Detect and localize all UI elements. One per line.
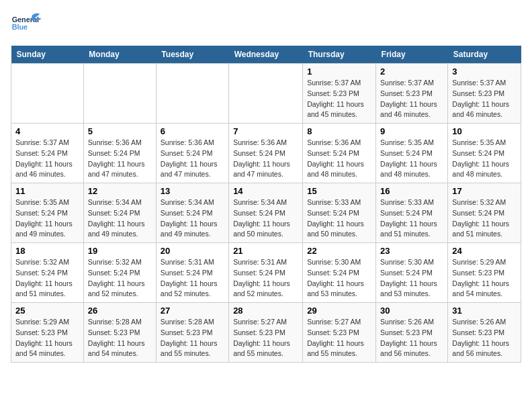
day-info: Sunrise: 5:37 AMSunset: 5:24 PMDaylight:… [15,138,79,180]
day-number: 6 [161,126,224,136]
day-number: 27 [161,306,224,316]
day-number: 16 [380,186,443,196]
day-info: Sunrise: 5:35 AMSunset: 5:24 PMDaylight:… [452,138,517,180]
logo: General Blue [11,11,44,38]
calendar-cell: 29Sunrise: 5:27 AMSunset: 5:23 PMDayligh… [303,303,376,363]
day-info: Sunrise: 5:35 AMSunset: 5:24 PMDaylight:… [15,197,79,240]
day-info: Sunrise: 5:28 AMSunset: 5:23 PMDaylight:… [88,317,152,359]
day-number: 15 [307,186,371,196]
day-number: 20 [161,246,224,256]
day-number: 23 [380,246,443,256]
day-info: Sunrise: 5:31 AMSunset: 5:24 PMDaylight:… [233,257,298,300]
calendar-cell: 3Sunrise: 5:37 AMSunset: 5:23 PMDaylight… [448,64,521,124]
day-number: 2 [380,66,443,77]
calendar-cell [229,64,303,124]
day-number: 5 [88,126,152,136]
calendar-cell: 13Sunrise: 5:34 AMSunset: 5:24 PMDayligh… [156,183,228,243]
day-number: 18 [15,246,79,256]
day-info: Sunrise: 5:37 AMSunset: 5:23 PMDaylight:… [452,78,517,120]
day-number: 29 [307,306,371,316]
calendar-cell [11,64,84,124]
calendar-week-5: 25Sunrise: 5:29 AMSunset: 5:23 PMDayligh… [11,303,521,363]
calendar-cell [83,64,156,124]
day-info: Sunrise: 5:33 AMSunset: 5:24 PMDaylight:… [307,197,371,240]
calendar-week-1: 1Sunrise: 5:37 AMSunset: 5:23 PMDaylight… [11,64,521,124]
day-info: Sunrise: 5:36 AMSunset: 5:24 PMDaylight:… [307,138,371,180]
day-info: Sunrise: 5:36 AMSunset: 5:24 PMDaylight:… [233,138,298,180]
day-info: Sunrise: 5:27 AMSunset: 5:23 PMDaylight:… [233,317,298,359]
calendar-cell: 21Sunrise: 5:31 AMSunset: 5:24 PMDayligh… [229,243,303,303]
day-number: 25 [15,306,79,316]
day-number: 10 [452,126,517,136]
calendar-cell: 20Sunrise: 5:31 AMSunset: 5:24 PMDayligh… [156,243,228,303]
day-number: 21 [233,246,298,256]
day-info: Sunrise: 5:30 AMSunset: 5:24 PMDaylight:… [307,257,371,300]
day-number: 12 [88,186,152,196]
day-info: Sunrise: 5:27 AMSunset: 5:23 PMDaylight:… [307,317,371,359]
day-info: Sunrise: 5:29 AMSunset: 5:23 PMDaylight:… [15,317,79,359]
calendar-cell: 28Sunrise: 5:27 AMSunset: 5:23 PMDayligh… [229,303,303,363]
weekday-header-wednesday: Wednesday [229,46,303,64]
day-info: Sunrise: 5:36 AMSunset: 5:24 PMDaylight:… [161,138,224,180]
weekday-header-saturday: Saturday [448,46,521,64]
day-number: 13 [161,186,224,196]
calendar-cell: 2Sunrise: 5:37 AMSunset: 5:23 PMDaylight… [376,64,448,124]
day-info: Sunrise: 5:34 AMSunset: 5:24 PMDaylight:… [88,197,152,240]
calendar-cell: 1Sunrise: 5:37 AMSunset: 5:23 PMDaylight… [303,64,376,124]
day-number: 17 [452,186,517,196]
day-info: Sunrise: 5:35 AMSunset: 5:24 PMDaylight:… [380,138,443,180]
calendar-cell: 9Sunrise: 5:35 AMSunset: 5:24 PMDaylight… [376,124,448,183]
day-number: 14 [233,186,298,196]
calendar-body: 1Sunrise: 5:37 AMSunset: 5:23 PMDaylight… [11,64,521,363]
day-info: Sunrise: 5:37 AMSunset: 5:23 PMDaylight:… [307,78,371,120]
day-number: 28 [233,306,298,316]
weekday-header-tuesday: Tuesday [156,46,228,64]
day-info: Sunrise: 5:32 AMSunset: 5:24 PMDaylight:… [452,197,517,240]
weekday-header-thursday: Thursday [303,46,376,64]
calendar-cell: 17Sunrise: 5:32 AMSunset: 5:24 PMDayligh… [448,183,521,243]
calendar-cell: 19Sunrise: 5:32 AMSunset: 5:24 PMDayligh… [83,243,156,303]
day-info: Sunrise: 5:37 AMSunset: 5:23 PMDaylight:… [380,78,443,120]
calendar-cell: 4Sunrise: 5:37 AMSunset: 5:24 PMDaylight… [11,124,84,183]
calendar-cell: 31Sunrise: 5:26 AMSunset: 5:23 PMDayligh… [448,303,521,363]
day-number: 9 [380,126,443,136]
day-info: Sunrise: 5:31 AMSunset: 5:24 PMDaylight:… [161,257,224,300]
day-info: Sunrise: 5:26 AMSunset: 5:23 PMDaylight:… [380,317,443,359]
calendar-cell: 6Sunrise: 5:36 AMSunset: 5:24 PMDaylight… [156,124,228,183]
day-number: 19 [88,246,152,256]
calendar-week-3: 11Sunrise: 5:35 AMSunset: 5:24 PMDayligh… [11,183,521,243]
day-info: Sunrise: 5:28 AMSunset: 5:23 PMDaylight:… [161,317,224,359]
day-number: 30 [380,306,443,316]
calendar-cell: 8Sunrise: 5:36 AMSunset: 5:24 PMDaylight… [303,124,376,183]
calendar-cell: 7Sunrise: 5:36 AMSunset: 5:24 PMDaylight… [229,124,303,183]
calendar-cell [156,64,228,124]
day-number: 7 [233,126,298,136]
page-header: General Blue [11,11,521,38]
calendar-header: SundayMondayTuesdayWednesdayThursdayFrid… [11,46,521,64]
day-info: Sunrise: 5:36 AMSunset: 5:24 PMDaylight:… [88,138,152,180]
calendar-cell: 24Sunrise: 5:29 AMSunset: 5:23 PMDayligh… [448,243,521,303]
calendar-cell: 18Sunrise: 5:32 AMSunset: 5:24 PMDayligh… [11,243,84,303]
day-info: Sunrise: 5:32 AMSunset: 5:24 PMDaylight:… [88,257,152,300]
calendar-cell: 22Sunrise: 5:30 AMSunset: 5:24 PMDayligh… [303,243,376,303]
calendar-cell: 25Sunrise: 5:29 AMSunset: 5:23 PMDayligh… [11,303,84,363]
calendar-cell: 26Sunrise: 5:28 AMSunset: 5:23 PMDayligh… [83,303,156,363]
calendar-cell: 30Sunrise: 5:26 AMSunset: 5:23 PMDayligh… [376,303,448,363]
calendar-cell: 5Sunrise: 5:36 AMSunset: 5:24 PMDaylight… [83,124,156,183]
calendar-cell: 11Sunrise: 5:35 AMSunset: 5:24 PMDayligh… [11,183,84,243]
calendar-week-4: 18Sunrise: 5:32 AMSunset: 5:24 PMDayligh… [11,243,521,303]
calendar-cell: 27Sunrise: 5:28 AMSunset: 5:23 PMDayligh… [156,303,228,363]
day-info: Sunrise: 5:26 AMSunset: 5:23 PMDaylight:… [452,317,517,359]
day-info: Sunrise: 5:32 AMSunset: 5:24 PMDaylight:… [15,257,79,300]
weekday-header-monday: Monday [83,46,156,64]
day-info: Sunrise: 5:30 AMSunset: 5:24 PMDaylight:… [380,257,443,300]
calendar-cell: 15Sunrise: 5:33 AMSunset: 5:24 PMDayligh… [303,183,376,243]
calendar-cell: 10Sunrise: 5:35 AMSunset: 5:24 PMDayligh… [448,124,521,183]
day-number: 4 [15,126,79,136]
svg-text:Blue: Blue [12,23,28,31]
day-number: 3 [452,66,517,77]
day-number: 22 [307,246,371,256]
weekday-header-sunday: Sunday [11,46,84,64]
day-info: Sunrise: 5:29 AMSunset: 5:23 PMDaylight:… [452,257,517,300]
calendar-cell: 16Sunrise: 5:33 AMSunset: 5:24 PMDayligh… [376,183,448,243]
